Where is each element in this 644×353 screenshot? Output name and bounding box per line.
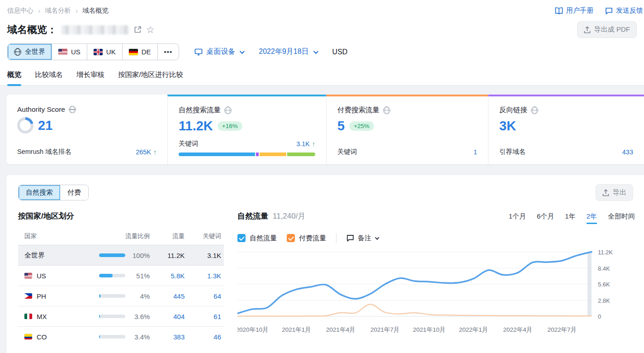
range-all-time[interactable]: 全部时间 <box>608 212 635 224</box>
trend-badge: +16% <box>218 121 242 131</box>
table-row-us[interactable]: US 51% 5.8K 1.3K <box>18 266 224 286</box>
authority-score-card: Authority Score 21 Semrush 域名排名 265K ↑ <box>6 95 167 164</box>
col-traffic[interactable]: 流量 <box>152 229 187 245</box>
desktop-icon <box>194 48 203 56</box>
svg-text:11.2K: 11.2K <box>598 249 613 256</box>
trend-up-icon: ↑ <box>312 140 315 148</box>
user-manual-link[interactable]: 用户手册 <box>555 6 593 15</box>
organic-keywords-link[interactable]: 3.1K ↑ <box>296 140 315 148</box>
more-countries-button[interactable]: ••• <box>158 44 179 60</box>
card-title: 反向链接 <box>499 105 527 115</box>
traffic-chart[interactable]: 02.8K5.6K8.4K11.2K2020年10月2021年1月2021年4月… <box>237 248 644 340</box>
range-1-year[interactable]: 1年 <box>565 212 575 224</box>
paid-traffic-value: 5 <box>337 119 345 134</box>
checkbox-checked-icon <box>237 234 246 242</box>
country-selector: 全世界 US UK DE ••• <box>7 43 179 60</box>
traffic-type-toggle: 自然搜索 付费 <box>18 185 89 200</box>
favorite-star-icon[interactable]: ☆ <box>146 24 155 35</box>
svg-text:2021年4月: 2021年4月 <box>326 326 355 333</box>
table-row-mx[interactable]: MX 3.6% 404 61 <box>18 306 224 327</box>
svg-text:2020年10月: 2020年10月 <box>237 326 269 333</box>
range-2-years[interactable]: 2年 <box>587 212 597 224</box>
svg-text:2021年1月: 2021年1月 <box>282 326 311 333</box>
table-row-co[interactable]: CO 3.4% 383 46 <box>18 327 224 347</box>
card-footer-label: Semrush 域名排名 <box>17 148 71 156</box>
table-row-worldwide[interactable]: 全世界 100% 11.2K 3.1K <box>18 245 224 266</box>
ph-flag-icon <box>24 293 32 299</box>
intent-bar-segment <box>260 153 286 156</box>
divider <box>336 233 336 243</box>
referring-domains-link[interactable]: 433 <box>622 148 633 156</box>
country-option-us[interactable]: US <box>52 44 87 60</box>
tab-overview[interactable]: 概览 <box>7 70 21 85</box>
share-bar <box>99 335 125 339</box>
tab-compare-domains[interactable]: 比较域名 <box>35 70 63 85</box>
export-pdf-button[interactable]: 导出成 PDF <box>577 21 637 38</box>
country-option-worldwide[interactable]: 全世界 <box>8 44 52 60</box>
de-flag-icon <box>129 49 138 55</box>
legend-paid-traffic[interactable]: 付费流量 <box>287 234 326 243</box>
svg-text:2.8K: 2.8K <box>598 297 610 304</box>
book-icon <box>555 7 563 14</box>
co-flag-icon <box>24 334 32 339</box>
checkbox-checked-icon <box>287 234 295 242</box>
paid-keywords-link[interactable]: 1 <box>474 148 477 156</box>
card-footer-label: 关键词 <box>337 148 357 156</box>
domain-name-redacted <box>62 25 129 34</box>
breadcrumb-domain-analytics[interactable]: 域名分析 <box>45 6 71 15</box>
export-button[interactable]: 导出 <box>596 184 633 201</box>
uk-flag-icon <box>94 49 103 55</box>
intent-bar-segment <box>287 153 315 156</box>
country-option-de[interactable]: DE <box>123 44 158 60</box>
send-feedback-link[interactable]: 发送反馈 <box>605 6 643 15</box>
svg-text:0: 0 <box>598 313 601 320</box>
time-range-selector: 1个月 6个月 1年 2年 全部时间 <box>509 212 635 224</box>
breadcrumb-info-center[interactable]: 信息中心 <box>7 6 33 15</box>
breadcrumb-separator-icon: › <box>38 7 40 14</box>
chevron-down-icon <box>240 48 245 53</box>
col-country[interactable]: 国家 <box>18 229 66 245</box>
metric-cards-panel: Authority Score 21 Semrush 域名排名 265K ↑ 自… <box>6 95 644 164</box>
upload-icon <box>602 189 609 196</box>
breadcrumb-separator-icon: › <box>76 7 78 14</box>
chat-icon <box>605 7 613 14</box>
currency-label: USD <box>332 48 348 56</box>
organic-research-panel: 自然搜索 付费 导出 按国家/地区划分 国家 流量比例 <box>6 175 644 353</box>
notes-dropdown[interactable]: 备注 <box>346 234 378 243</box>
range-1-month[interactable]: 1个月 <box>509 212 526 224</box>
svg-text:2021年7月: 2021年7月 <box>370 326 400 333</box>
chevron-down-icon <box>375 235 379 240</box>
col-keywords[interactable]: 关键词 <box>187 229 224 245</box>
info-globe-icon[interactable] <box>383 107 390 114</box>
col-traffic-share[interactable]: 流量比例 <box>66 229 153 245</box>
info-globe-icon[interactable] <box>224 107 232 114</box>
chat-icon <box>346 234 354 242</box>
range-6-months[interactable]: 6个月 <box>537 212 554 224</box>
page-title: 域名概览： <box>7 23 57 37</box>
info-globe-icon[interactable] <box>69 106 76 113</box>
trend-up-icon: ↑ <box>153 148 156 156</box>
country-option-uk[interactable]: UK <box>87 44 123 60</box>
breadcrumb-domain-overview: 域名概览 <box>82 6 109 15</box>
us-flag-icon <box>58 49 67 55</box>
domain-rank-link[interactable]: 265K ↑ <box>136 148 156 156</box>
tab-growth-report[interactable]: 增长审核 <box>76 70 104 85</box>
legend-organic-traffic[interactable]: 自然流量 <box>237 234 277 243</box>
external-link-icon[interactable] <box>134 26 142 33</box>
toggle-paid[interactable]: 付费 <box>60 185 88 200</box>
info-globe-icon[interactable] <box>531 107 538 114</box>
toggle-organic[interactable]: 自然搜索 <box>19 185 60 200</box>
table-row-ph[interactable]: PH 4% 445 64 <box>18 286 224 306</box>
tab-bar: 概览 比较域名 增长审核 按国家/地区进行比较 <box>0 60 644 86</box>
traffic-chart-heading: 自然流量 <box>237 211 268 221</box>
keyword-intent-bar <box>179 153 315 156</box>
backlinks-card: 反向链接 3K 引荐域名 433 <box>488 95 644 164</box>
globe-icon <box>14 48 21 56</box>
device-selector[interactable]: 桌面设备 <box>194 47 243 57</box>
intent-bar-segment <box>256 153 259 156</box>
date-selector[interactable]: 2022年9月18日 <box>259 47 317 57</box>
tab-compare-by-country[interactable]: 按国家/地区进行比较 <box>118 70 183 85</box>
share-bar <box>99 294 125 298</box>
paid-traffic-card: 付费搜索流量 5 +25% 关键词 1 <box>326 95 488 164</box>
share-bar <box>99 315 125 318</box>
